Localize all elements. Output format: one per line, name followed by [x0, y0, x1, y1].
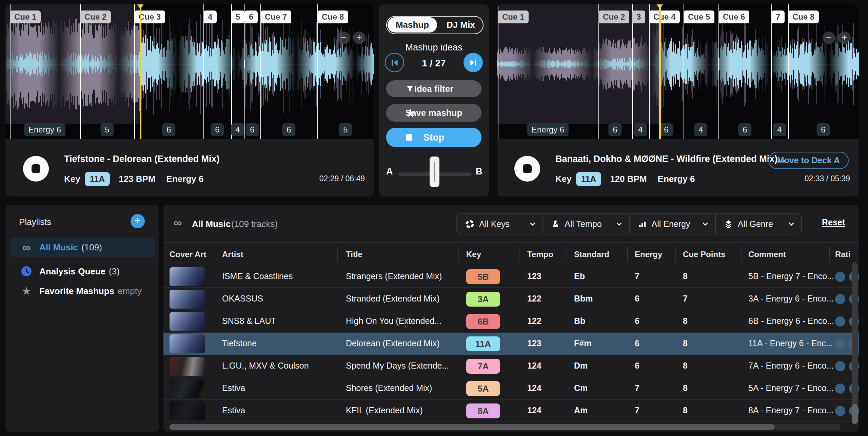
standard-key-cell: Bbm — [574, 294, 593, 304]
tempo-cell: 123 — [527, 271, 541, 281]
key-label: Key — [64, 174, 80, 184]
column-header[interactable]: Energy — [635, 250, 662, 259]
cue-marker[interactable]: Cue 5 — [684, 11, 714, 23]
cue-marker[interactable]: 5 — [231, 11, 244, 23]
cue-points-cell: 8 — [683, 338, 688, 348]
cue-marker[interactable]: Cue 8 — [317, 11, 348, 23]
cue-marker[interactable]: 7 — [771, 11, 785, 23]
energy-label: 6 — [211, 123, 224, 136]
key-badge: 5A — [466, 381, 500, 396]
energy-label: 4 — [231, 123, 244, 136]
cue-marker[interactable]: 3 — [632, 11, 645, 23]
rating-dot[interactable] — [835, 383, 845, 394]
column-header[interactable]: Rati — [835, 250, 850, 259]
rating-dot[interactable] — [835, 406, 845, 416]
stop-button[interactable]: Stop — [386, 128, 481, 147]
artist-cell: Estiva — [222, 406, 245, 415]
filter-label: All Genre — [738, 219, 773, 229]
energy-cell: 6 — [635, 338, 639, 348]
comment-cell: 7A - Energy 6 - Enco... — [748, 361, 834, 371]
rating-dot[interactable] — [835, 294, 845, 304]
deck-a-stop-button[interactable] — [23, 156, 49, 182]
cue-marker[interactable]: Cue 4 — [649, 11, 680, 23]
column-header[interactable]: Title — [346, 250, 362, 259]
artist-cell: Tiefstone — [222, 338, 257, 348]
cue-marker[interactable]: Cue 1 — [10, 11, 41, 23]
crossfader-handle[interactable] — [430, 157, 439, 187]
filter-all-genre[interactable]: All Genre — [715, 214, 801, 234]
deck-b-track-meta: Key 11A 120 BPM Energy 6 — [555, 172, 695, 186]
filter-all-keys[interactable]: All Keys — [457, 214, 542, 234]
cue-marker[interactable]: Cue 3 — [134, 11, 165, 23]
cue-marker[interactable]: Cue 1 — [498, 11, 529, 23]
standard-key-cell: Bb — [574, 316, 585, 326]
rating-dot[interactable] — [835, 272, 845, 282]
deck-b-waveform-canvas[interactable] — [497, 4, 859, 139]
column-header[interactable]: Key — [466, 250, 481, 259]
deck-b-info: Banaati, Dokho & MØØNE - Wildfire (Exten… — [497, 139, 859, 196]
playhead-marker[interactable] — [140, 4, 141, 139]
cue-marker[interactable]: Cue 8 — [788, 11, 819, 23]
sidebar-item-favorite-mashups[interactable]: ★ Favorite Mashups empty — [9, 281, 155, 301]
table-row[interactable]: Estiva Shores (Extended Mix) 5A 124 Cm 7… — [163, 377, 859, 400]
filter-all-tempo[interactable]: All Tempo — [542, 214, 629, 234]
rating-dot[interactable] — [835, 316, 845, 327]
horizontal-scrollbar[interactable] — [170, 424, 841, 430]
column-header[interactable]: Comment — [748, 250, 786, 259]
save-mashup-button[interactable]: ★ Save mashup — [386, 104, 481, 122]
cue-marker[interactable]: 4 — [203, 11, 217, 23]
rating-dot[interactable] — [835, 339, 845, 349]
table-row-selected[interactable]: Tiefstone Delorean (Extended Mix) 11A 12… — [163, 333, 859, 355]
cue-marker[interactable]: Cue 2 — [598, 11, 629, 23]
skip-next-icon — [469, 58, 478, 67]
sidebar-item-label: All Music — [39, 242, 78, 253]
table-row[interactable]: OKASSUS Stranded (Extended Mix) 3A 122 B… — [163, 288, 859, 310]
column-header[interactable]: Artist — [222, 250, 243, 259]
column-header[interactable]: Cover Art — [170, 250, 206, 259]
deck-b-waveform[interactable]: Cue 1 Cue 2 3 Cue 4 Cue 5 Cue 6 7 Cue 8 … — [497, 4, 859, 139]
horizontal-scrollbar-thumb[interactable] — [170, 424, 775, 430]
zoom-out-icon[interactable]: − — [337, 32, 350, 44]
mode-toggle: Mashup DJ Mix — [386, 16, 484, 34]
cue-marker[interactable]: 6 — [244, 11, 258, 23]
cue-marker[interactable]: Cue 7 — [260, 11, 291, 23]
deck-a-waveform-canvas[interactable] — [5, 4, 374, 139]
deck-a-waveform[interactable]: Cue 1 Cue 2 Cue 3 4 5 6 Cue 7 Cue 8 Ener… — [5, 4, 374, 139]
sidebar-item-analysis-queue[interactable]: Analysis Queue (3) — [9, 262, 155, 281]
deck-b-stop-button[interactable] — [514, 156, 540, 182]
table-row[interactable]: ISME & Coastlines Strangers (Extended Mi… — [163, 266, 859, 288]
reset-filters-button[interactable]: Reset — [822, 217, 845, 227]
sidebar-item-all-music[interactable]: ∞ All Music (109) — [9, 237, 155, 257]
cue-marker[interactable]: Cue 6 — [718, 11, 749, 23]
chevron-down-icon — [702, 222, 708, 226]
track-list: ISME & Coastlines Strangers (Extended Mi… — [163, 266, 859, 422]
filter-all-energy[interactable]: All Energy — [629, 214, 715, 234]
tab-dj-mix[interactable]: DJ Mix — [439, 17, 483, 33]
column-header[interactable]: Tempo — [527, 250, 553, 259]
table-row[interactable]: L.GU., MXV & Coulson Spend My Days (Exte… — [163, 355, 859, 377]
standard-key-cell: Dm — [574, 361, 588, 371]
column-header[interactable]: Standard — [574, 250, 609, 259]
idea-filter-button[interactable]: Idea filter — [386, 80, 481, 97]
cue-marker[interactable]: Cue 2 — [80, 11, 111, 23]
zoom-in-icon[interactable]: + — [353, 32, 366, 44]
layers-icon — [724, 220, 733, 229]
vertical-scrollbar-thumb[interactable] — [852, 404, 858, 424]
table-row[interactable]: SNS8 & LAUT High On You (Extended... 6B … — [163, 310, 859, 333]
table-row[interactable]: Estiva KFIL (Extended Mix) 8A 124 Am 7 8… — [163, 400, 859, 422]
vertical-scrollbar[interactable] — [852, 262, 858, 424]
tab-mashup[interactable]: Mashup — [388, 17, 437, 33]
filter-label: All Energy — [652, 219, 690, 229]
playhead-marker[interactable] — [659, 4, 661, 139]
next-idea-button[interactable] — [463, 53, 483, 72]
sidebar-item-label: Analysis Queue — [39, 266, 105, 277]
energy-label: Energy 6 — [527, 123, 569, 136]
add-playlist-button[interactable]: + — [131, 214, 145, 228]
zoom-in-icon[interactable]: + — [838, 32, 851, 44]
zoom-out-icon[interactable]: − — [823, 32, 835, 44]
cue-points-cell: 8 — [683, 361, 688, 371]
rating-dot[interactable] — [835, 361, 845, 371]
column-header[interactable]: Cue Points — [683, 250, 725, 259]
filter-label: All Tempo — [565, 219, 601, 229]
move-to-deck-a-button[interactable]: Move to Deck A — [768, 152, 849, 169]
